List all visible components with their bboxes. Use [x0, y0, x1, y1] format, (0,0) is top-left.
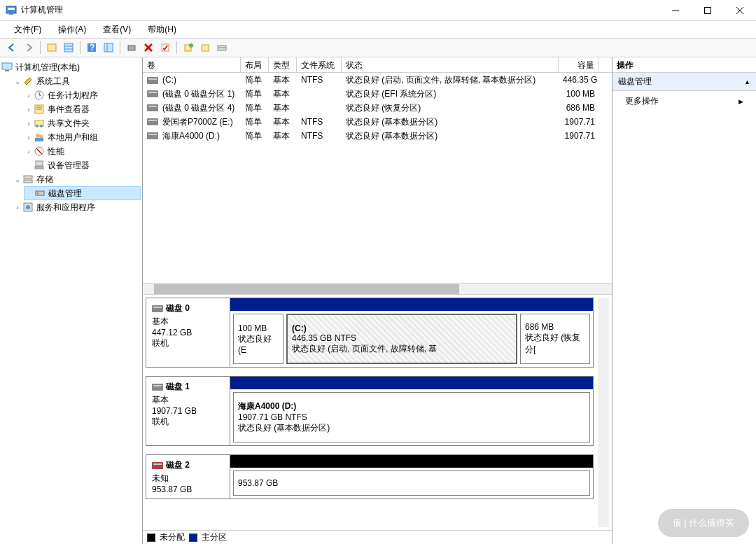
- expand-icon[interactable]: ›: [24, 92, 34, 99]
- expand-icon[interactable]: ›: [13, 204, 22, 211]
- svg-rect-24: [2, 63, 12, 69]
- tree-label: 性能: [48, 146, 64, 158]
- disk-info: 磁盘 1 基本 1907.71 GB 联机: [146, 377, 230, 445]
- forward-button[interactable]: [21, 40, 36, 55]
- tree-label: 设备管理器: [48, 160, 90, 172]
- collapse-icon[interactable]: ⌄: [13, 78, 22, 85]
- volume-row[interactable]: 海康A4000 (D:)简单基本NTFS状态良好 (基本数据分区)1907.71: [143, 129, 612, 143]
- expand-icon[interactable]: ›: [24, 106, 34, 113]
- svg-line-39: [36, 148, 42, 154]
- disk-block-1[interactable]: 磁盘 1 基本 1907.71 GB 联机 海康A4000 (D:) 1907.…: [146, 376, 594, 446]
- svg-point-47: [26, 205, 30, 209]
- col-capacity[interactable]: 容量: [559, 57, 599, 72]
- maximize-button[interactable]: [692, 0, 724, 21]
- expand-icon[interactable]: ›: [24, 134, 34, 141]
- svg-text:?: ?: [90, 43, 94, 53]
- view-list-button[interactable]: [61, 40, 76, 55]
- tree-local-users[interactable]: ›本地用户和组: [24, 130, 141, 144]
- close-button[interactable]: [724, 0, 756, 21]
- disk-size: 447.12 GB: [152, 328, 224, 337]
- disk-icon: [152, 305, 163, 312]
- tree-label: 本地用户和组: [48, 132, 98, 144]
- tree-services-apps[interactable]: › 服务和应用程序: [13, 200, 141, 214]
- tree-label: 磁盘管理: [48, 188, 82, 200]
- horizontal-scrollbar[interactable]: [143, 283, 612, 294]
- users-icon: [34, 132, 45, 143]
- disk-status: 联机: [152, 416, 224, 428]
- help-button[interactable]: ?: [84, 40, 99, 55]
- show-hide-tree-button[interactable]: [44, 40, 59, 55]
- expand-icon[interactable]: ›: [24, 148, 34, 155]
- collapse-icon[interactable]: ⌄: [13, 176, 22, 183]
- svg-rect-43: [24, 180, 32, 183]
- titlebar: 计算机管理: [0, 0, 756, 21]
- expand-icon[interactable]: ›: [24, 120, 34, 127]
- tree-device-manager[interactable]: 设备管理器: [24, 158, 141, 172]
- share-icon: [34, 118, 45, 129]
- tree-label: 任务计划程序: [48, 90, 98, 102]
- actions-section[interactable]: 磁盘管理 ▲: [612, 73, 756, 91]
- menu-help[interactable]: 帮助(H): [139, 22, 185, 38]
- col-status[interactable]: 状态: [342, 57, 559, 72]
- partition-d[interactable]: 海康A4000 (D:) 1907.71 GB NTFS 状态良好 (基本数据分…: [233, 392, 590, 442]
- tree-event-viewer[interactable]: ›事件查看器: [24, 102, 141, 116]
- view-detail-button[interactable]: [101, 40, 116, 55]
- partition-unallocated[interactable]: 953.87 GB: [233, 470, 590, 496]
- partition[interactable]: 100 MB 状态良好 (E: [233, 314, 284, 364]
- tree-task-scheduler[interactable]: ›任务计划程序: [24, 88, 141, 102]
- svg-rect-1: [8, 8, 15, 10]
- tree-root-node[interactable]: 计算机管理(本地): [1, 60, 141, 74]
- volume-row[interactable]: 爱国者P7000Z (E:)简单基本NTFS状态良好 (基本数据分区)1907.…: [143, 115, 612, 129]
- svg-rect-15: [128, 46, 135, 50]
- refresh-button[interactable]: [124, 40, 139, 55]
- disk-error-icon: [152, 462, 163, 469]
- menu-file[interactable]: 文件(F): [6, 22, 50, 38]
- performance-icon: [34, 146, 45, 157]
- menu-action[interactable]: 操作(A): [50, 22, 94, 38]
- partition-c[interactable]: (C:) 446.35 GB NTFS 状态良好 (启动, 页面文件, 故障转储…: [286, 314, 517, 364]
- partition-stripe: [230, 298, 593, 311]
- disk-block-0[interactable]: 磁盘 0 基本 447.12 GB 联机 100 MB 状态良好 (E (C:): [146, 298, 594, 368]
- col-type[interactable]: 类型: [269, 57, 297, 72]
- action-folder-button[interactable]: [197, 40, 213, 55]
- tree-performance[interactable]: ›性能: [24, 144, 141, 158]
- volume-list-body[interactable]: (C:)简单基本NTFS状态良好 (启动, 页面文件, 故障转储, 基本数据分区…: [143, 73, 612, 283]
- action-settings-button[interactable]: [214, 40, 230, 55]
- disk-title: 磁盘 1: [166, 382, 190, 391]
- center-pane: 卷 布局 类型 文件系统 状态 容量 (C:)简单基本NTFS状态良好 (启动,…: [143, 57, 612, 544]
- tree-system-tools[interactable]: ⌄ 系统工具: [13, 74, 141, 88]
- disk-graphical-area[interactable]: 磁盘 0 基本 447.12 GB 联机 100 MB 状态良好 (E (C:): [143, 295, 612, 530]
- partition[interactable]: 686 MB 状态良好 (恢复分[: [520, 314, 590, 364]
- svg-rect-7: [48, 44, 56, 51]
- col-filesystem[interactable]: 文件系统: [297, 57, 342, 72]
- col-layout[interactable]: 布局: [241, 57, 269, 72]
- volume-table: 卷 布局 类型 文件系统 状态 容量 (C:)简单基本NTFS状态良好 (启动,…: [143, 57, 612, 295]
- svg-point-45: [37, 193, 38, 194]
- properties-button[interactable]: [158, 40, 173, 55]
- action-new-button[interactable]: [181, 40, 196, 55]
- tree-disk-management[interactable]: 磁盘管理: [24, 186, 141, 200]
- delete-button[interactable]: [141, 40, 156, 55]
- volume-row[interactable]: (磁盘 0 磁盘分区 4)简单基本状态良好 (恢复分区)686 MB: [143, 101, 612, 115]
- svg-point-34: [40, 125, 43, 127]
- tree-storage[interactable]: ⌄ 存储: [13, 172, 141, 186]
- svg-rect-41: [35, 167, 43, 169]
- computer-icon: [1, 62, 13, 73]
- tree-shared-folders[interactable]: ›共享文件夹: [24, 116, 141, 130]
- back-button[interactable]: [4, 40, 20, 55]
- volume-row[interactable]: (磁盘 0 磁盘分区 1)简单基本状态良好 (EFI 系统分区)100 MB: [143, 87, 612, 101]
- volume-row[interactable]: (C:)简单基本NTFS状态良好 (启动, 页面文件, 故障转储, 基本数据分区…: [143, 73, 612, 87]
- col-volume[interactable]: 卷: [143, 57, 241, 72]
- clock-icon: [34, 90, 45, 101]
- legend-swatch-primary: [189, 533, 197, 542]
- actions-more[interactable]: 更多操作 ▶: [612, 91, 756, 111]
- storage-icon: [22, 174, 34, 185]
- console-tree[interactable]: 计算机管理(本地) ⌄ 系统工具 ›任务计划程序 ›事件查看器 ›共享文件夹 ›…: [0, 57, 143, 544]
- menu-view[interactable]: 查看(V): [94, 22, 139, 38]
- vertical-scrollbar[interactable]: [598, 298, 609, 527]
- tree-label: 计算机管理(本地): [15, 62, 80, 74]
- collapse-icon: ▲: [744, 78, 750, 85]
- disk-block-2[interactable]: 磁盘 2 未知 953.87 GB 953.87 GB: [146, 454, 594, 499]
- partition-size: 686 MB: [525, 322, 585, 332]
- minimize-button[interactable]: [659, 0, 692, 21]
